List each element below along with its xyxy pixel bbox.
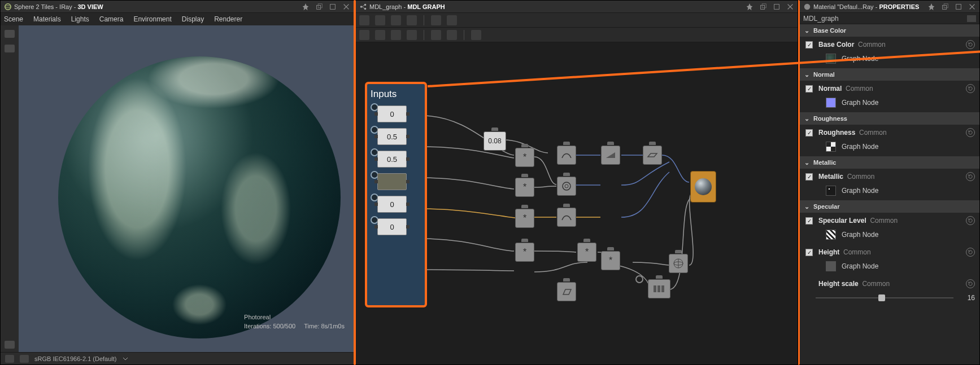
properties-sub-label[interactable]: MDL_graph <box>803 15 839 23</box>
close-icon[interactable] <box>968 3 976 11</box>
pin-icon[interactable] <box>302 3 310 11</box>
section-header-specular[interactable]: ⌄Specular <box>800 200 979 213</box>
bars-node[interactable] <box>648 279 670 298</box>
prop-subrow-height[interactable]: Graph Node <box>800 260 979 276</box>
input-value-2[interactable]: 0.5 <box>377 151 407 168</box>
menu-materials[interactable]: Materials <box>33 15 61 23</box>
input-color-3[interactable] <box>377 173 407 190</box>
reset-icon[interactable] <box>966 84 975 93</box>
const-node[interactable]: 0.08 <box>484 131 506 151</box>
maximize-icon[interactable] <box>955 3 962 11</box>
hierarchy-icon[interactable] <box>471 30 481 40</box>
checkbox-roughness[interactable]: ✓ <box>805 129 813 137</box>
section-header-metallic[interactable]: ⌄Metallic <box>800 156 979 169</box>
comment-icon[interactable] <box>359 30 369 40</box>
inputs-group[interactable]: Inputs 0 0.5 0.5 0 0 <box>365 82 427 307</box>
light-icon[interactable] <box>5 45 15 52</box>
restore-icon[interactable] <box>759 3 767 11</box>
circle-node[interactable] <box>557 177 576 196</box>
chevron-down-icon[interactable] <box>123 356 128 362</box>
checkbox-height[interactable]: ✓ <box>805 249 813 256</box>
menu-scene[interactable]: Scene <box>4 15 23 23</box>
maximize-icon[interactable] <box>329 3 337 11</box>
pin-icon[interactable] <box>746 3 753 11</box>
ramp-node[interactable] <box>601 146 620 165</box>
camera-icon[interactable] <box>5 30 15 38</box>
multiply-node[interactable]: * <box>577 243 596 262</box>
svg-point-6 <box>364 3 367 6</box>
status-bar-3dview: sRGB IEC61966-2.1 (Default) <box>1 352 354 364</box>
input-value-5[interactable]: 0 <box>377 218 407 235</box>
svg-rect-15 <box>661 285 664 292</box>
reset-icon[interactable] <box>966 216 975 225</box>
properties-body: ⌄Base Color ✓ Base Color Common Graph No… <box>800 24 979 364</box>
monitor-icon[interactable] <box>20 355 29 363</box>
close-icon[interactable] <box>786 3 794 11</box>
info-icon[interactable] <box>407 15 417 25</box>
checkbox-speclevel[interactable]: ✓ <box>805 217 813 225</box>
multiply-node[interactable]: * <box>601 251 620 270</box>
pin2-icon[interactable] <box>375 30 385 40</box>
frame-icon[interactable] <box>359 15 369 25</box>
menu-environment[interactable]: Environment <box>133 15 171 23</box>
input-value-4[interactable]: 0 <box>377 196 407 213</box>
port-icon[interactable] <box>635 275 643 283</box>
gizmo-icon[interactable] <box>5 341 15 349</box>
align-icon[interactable] <box>431 30 441 40</box>
multiply-node[interactable]: * <box>515 243 534 262</box>
bolt-icon[interactable] <box>407 30 417 40</box>
checkbox-normal[interactable]: ✓ <box>805 85 813 93</box>
section-header-basecolor[interactable]: ⌄Base Color <box>800 24 979 37</box>
globe-node[interactable] <box>669 254 688 273</box>
maximize-icon[interactable] <box>773 3 781 11</box>
reset-icon[interactable] <box>966 172 975 181</box>
reset-icon[interactable] <box>966 279 975 288</box>
prop-subrow-metallic[interactable]: Graph Node <box>800 184 979 200</box>
menu-lights[interactable]: Lights <box>71 15 89 23</box>
move-icon[interactable] <box>375 15 385 25</box>
grid-icon[interactable] <box>447 15 457 25</box>
heightscale-value[interactable]: 16 <box>959 294 975 302</box>
reset-icon[interactable] <box>966 248 975 257</box>
viewport-3d[interactable]: Photoreal Iterations: 500/500 Time: 8s/1… <box>19 25 354 352</box>
restore-icon[interactable] <box>315 3 323 11</box>
menu-display[interactable]: Display <box>182 15 204 23</box>
dot-icon[interactable] <box>391 30 401 40</box>
prop-subrow-normal[interactable]: Graph Node <box>800 96 979 112</box>
section-header-roughness[interactable]: ⌄Roughness <box>800 112 979 125</box>
heightscale-slider[interactable] <box>816 296 953 300</box>
restore-icon[interactable] <box>941 3 949 11</box>
graph-canvas[interactable]: Inputs 0 0.5 0.5 0 0 0.08 * * * * * <box>356 42 798 364</box>
menu-camera[interactable]: Camera <box>99 15 124 23</box>
curve-node[interactable] <box>557 146 576 165</box>
panel-3d-view: Sphere 2 Tiles - IRay - 3D VIEW Scene Ma… <box>0 0 355 365</box>
prop-subrow-speclevel[interactable]: Graph Node <box>800 228 979 244</box>
multiply-node[interactable]: * <box>515 148 534 167</box>
menu-renderer[interactable]: Renderer <box>214 15 242 23</box>
checkbox-basecolor[interactable]: ✓ <box>805 41 813 49</box>
prop-subrow-roughness[interactable]: Graph Node <box>800 140 979 156</box>
svg-rect-9 <box>762 3 766 7</box>
reset-icon[interactable] <box>966 128 975 137</box>
multiply-node[interactable]: * <box>515 178 534 197</box>
input-value-0[interactable]: 0 <box>377 105 407 122</box>
curve-node[interactable] <box>557 208 576 227</box>
hamburger-icon[interactable] <box>967 15 976 22</box>
close-icon[interactable] <box>342 3 350 11</box>
input-value-1[interactable]: 0.5 <box>377 128 407 145</box>
parallelogram-node[interactable] <box>557 282 576 301</box>
panel-properties: Material "Defaul...Ray - PROPERTIES MDL_… <box>798 0 980 365</box>
material-output-node[interactable] <box>690 171 716 203</box>
snapshot-icon[interactable] <box>391 15 401 25</box>
pin-icon[interactable] <box>927 3 935 11</box>
link-icon[interactable] <box>431 15 441 25</box>
status-colorspace[interactable]: sRGB IEC61966-2.1 (Default) <box>34 355 117 362</box>
layers-icon[interactable] <box>5 355 14 363</box>
checkbox-metallic[interactable]: ✓ <box>805 173 813 181</box>
multiply-node[interactable]: * <box>515 209 534 228</box>
distribute-icon[interactable] <box>447 30 457 40</box>
planet-render <box>58 56 341 338</box>
reset-icon[interactable] <box>966 40 975 49</box>
section-header-normal[interactable]: ⌄Normal <box>800 68 979 81</box>
plane-node[interactable] <box>643 146 662 165</box>
